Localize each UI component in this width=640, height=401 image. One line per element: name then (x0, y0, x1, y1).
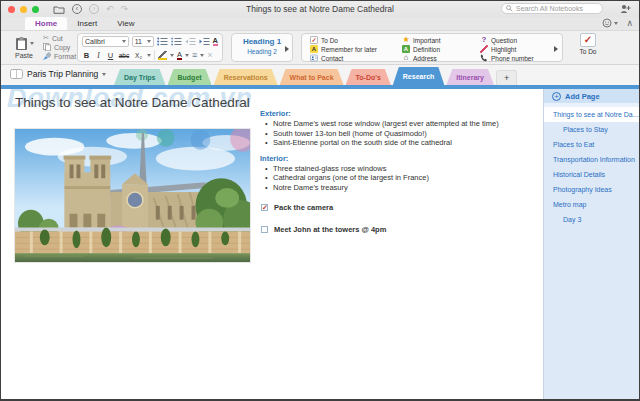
format-button[interactable]: Format (43, 52, 76, 60)
minimize-window-button[interactable] (20, 6, 27, 13)
note-content[interactable]: Exterior: Notre Dame's west rose window … (260, 109, 504, 234)
house-icon: ⌂ (402, 54, 410, 62)
section-heading-exterior: Exterior: (260, 109, 504, 118)
tag-important[interactable]: ★ Important (402, 36, 440, 44)
tag-to-do[interactable]: ✓ To Do (310, 36, 377, 44)
page-canvas[interactable]: Download.com.vn Things to see at Notre D… (1, 89, 543, 399)
cut-button[interactable]: ✂ Cut (43, 34, 76, 42)
tag-remember[interactable]: A Remember for later (310, 45, 377, 53)
styles-more-arrow[interactable] (285, 46, 289, 52)
bullet-item: South tower 13-ton bell (home of Quasimo… (260, 130, 504, 139)
font-size-select[interactable]: 11 (132, 36, 154, 47)
highlight-pen-icon[interactable] (158, 51, 167, 60)
clear-formatting-icon[interactable]: A (213, 37, 218, 46)
font-group: Calibri 11 A (77, 33, 223, 62)
page-list: Things to see at Notre Da... Places to S… (544, 107, 639, 227)
redo-icon[interactable]: ↷ (121, 4, 129, 14)
checkbox-checked[interactable]: ✓ (261, 204, 268, 211)
search-box[interactable] (501, 3, 603, 14)
tag-contact[interactable]: Contact (310, 54, 377, 62)
tags-more-arrow[interactable] (554, 46, 558, 52)
align-caret[interactable] (200, 54, 204, 57)
tab-home[interactable]: Home (25, 17, 67, 30)
bullet-item: Saint-Etienne portal on the south side o… (260, 139, 504, 148)
close-window-button[interactable] (8, 6, 15, 13)
section-tab-budget[interactable]: Budget (168, 69, 212, 85)
bullet-item: Cathedral organs (one of the largest in … (260, 174, 504, 183)
font-name-select[interactable]: Calibri (82, 36, 129, 47)
section-tab-reservations[interactable]: Reservations (214, 69, 278, 85)
bullet-list-icon[interactable] (157, 37, 168, 46)
copy-button[interactable]: Copy (43, 43, 76, 51)
font-color-icon[interactable]: A (177, 51, 182, 60)
delete-icon[interactable]: × (207, 50, 212, 60)
todo-button-label: To Do (580, 48, 597, 55)
todo-tag-button[interactable]: ✓ To Do (571, 33, 605, 62)
back-icon[interactable]: ‹ (72, 4, 82, 14)
tag-definition[interactable]: A Definition (402, 45, 440, 53)
tab-insert[interactable]: Insert (67, 17, 107, 30)
todo-check-icon: ✓ (580, 33, 596, 47)
page-item[interactable]: Transportation Information (544, 152, 639, 167)
page-item[interactable]: Historical Details (544, 167, 639, 182)
section-tab-what-to-pack[interactable]: What to Pack (280, 69, 344, 85)
page-item[interactable]: Metro map (544, 197, 639, 212)
tag-address[interactable]: ⌂ Address (402, 54, 440, 62)
todo-label: Meet John at the towers @ 4pm (274, 225, 386, 234)
style-heading2[interactable]: Heading 2 (232, 48, 292, 55)
page-item[interactable]: Places to Stay (544, 122, 639, 137)
strikethrough-button[interactable]: abc (118, 52, 130, 59)
notebooks-folder-icon[interactable] (53, 5, 65, 14)
numbered-list-icon[interactable] (171, 37, 182, 46)
share-people-icon[interactable] (620, 4, 631, 14)
subscript-button[interactable]: X₂ (133, 52, 144, 59)
page-item[interactable]: Places to Eat (544, 137, 639, 152)
styles-gallery[interactable]: Heading 1 Heading 2 (231, 33, 293, 62)
bold-button[interactable]: B (82, 51, 91, 60)
tag-phone[interactable]: Phone number (480, 54, 534, 62)
tag-question[interactable]: ? Question (480, 36, 534, 44)
section-tab-research-active[interactable]: Research (393, 67, 445, 85)
forward-icon[interactable]: › (89, 4, 99, 14)
paste-button[interactable]: Paste (9, 33, 39, 62)
style-heading1[interactable]: Heading 1 (232, 37, 292, 46)
highlight-slash-icon (480, 45, 488, 53)
section-tab-itinerary[interactable]: Itinerary (446, 69, 494, 85)
notebook-switcher[interactable]: Paris Trip Planning (10, 69, 106, 79)
page-item-selected[interactable]: Things to see at Notre Da... (544, 107, 639, 122)
todo-label: Pack the camera (274, 203, 333, 212)
font-color-caret[interactable] (185, 54, 189, 57)
italic-button[interactable]: I (94, 51, 103, 60)
page-item[interactable]: Photography Ideas (544, 182, 639, 197)
search-input[interactable] (516, 5, 598, 12)
remember-icon: A (310, 45, 318, 53)
notebook-caret[interactable] (102, 73, 106, 76)
add-page-button[interactable]: + Add Page (544, 89, 639, 107)
subscript-caret[interactable] (147, 54, 151, 57)
tag-label: Highlight (491, 46, 516, 53)
decrease-indent-icon[interactable] (185, 37, 196, 46)
paste-dropdown-caret[interactable] (30, 42, 34, 45)
page-title[interactable]: Things to see at Notre Dame Cathedral (15, 95, 250, 110)
tag-highlight[interactable]: Highlight (480, 45, 534, 53)
section-tab-day-trips[interactable]: Day Trips (114, 69, 166, 85)
feedback-smiley-icon[interactable] (602, 18, 618, 28)
increase-indent-icon[interactable] (199, 37, 210, 46)
undo-icon[interactable]: ↶ (106, 4, 114, 14)
paragraph-align-icon[interactable]: ≡ (192, 50, 197, 60)
checkbox-unchecked[interactable] (261, 226, 268, 233)
section-tab-todos[interactable]: To-Do's (346, 69, 391, 85)
underline-button[interactable]: U (106, 51, 115, 60)
font-size-value: 11 (135, 38, 142, 45)
highlight-caret[interactable] (170, 54, 174, 57)
zoom-window-button[interactable] (32, 6, 39, 13)
page-item[interactable]: Day 3 (544, 212, 639, 227)
definition-icon: A (402, 45, 410, 53)
phone-icon (480, 54, 488, 62)
section-strip: Paris Trip Planning Day Trips Budget Res… (1, 65, 639, 85)
notre-dame-photo[interactable] (14, 128, 251, 263)
tab-view[interactable]: View (107, 17, 144, 30)
add-section-tab[interactable]: + (496, 70, 517, 85)
notre-dame-photo-graphic (15, 129, 250, 262)
collapse-ribbon-icon[interactable]: ∧ (626, 18, 633, 28)
